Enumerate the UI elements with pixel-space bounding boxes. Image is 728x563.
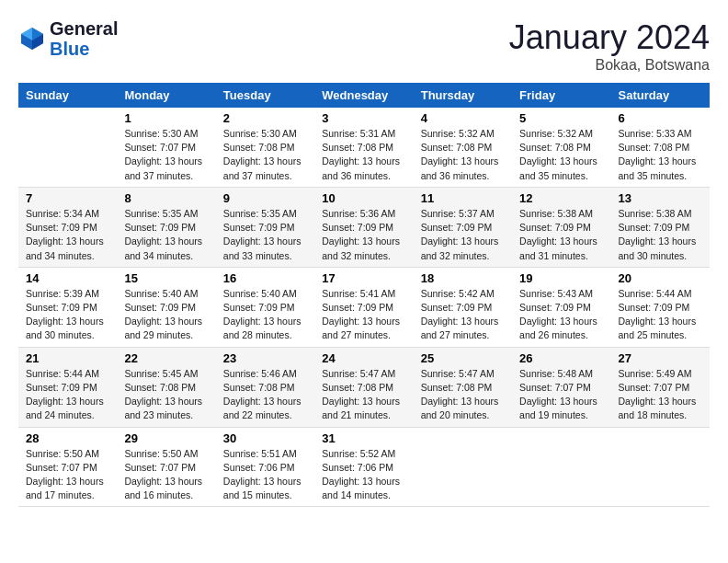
location: Bokaa, Botswana [509,57,710,74]
calendar-week-row: 28Sunrise: 5:50 AMSunset: 7:07 PMDayligh… [18,427,710,507]
calendar-cell: 18Sunrise: 5:42 AMSunset: 7:09 PMDayligh… [414,267,512,347]
calendar-cell: 24Sunrise: 5:47 AMSunset: 7:08 PMDayligh… [314,347,413,427]
day-number: 20 [619,271,702,285]
calendar-cell: 16Sunrise: 5:40 AMSunset: 7:09 PMDayligh… [216,267,314,347]
calendar-cell: 7Sunrise: 5:34 AMSunset: 7:09 PMDaylight… [18,187,117,267]
weekday-header: Monday [117,83,215,108]
day-number: 22 [124,351,208,365]
day-number: 9 [223,191,307,205]
calendar-cell: 13Sunrise: 5:38 AMSunset: 7:09 PMDayligh… [611,187,710,267]
logo: General Blue [18,18,118,59]
calendar-cell: 9Sunrise: 5:35 AMSunset: 7:09 PMDaylight… [216,187,314,267]
calendar-cell: 14Sunrise: 5:39 AMSunset: 7:09 PMDayligh… [18,267,117,347]
cell-content: Sunrise: 5:38 AMSunset: 7:09 PMDaylight:… [619,207,702,263]
day-number: 29 [124,431,208,445]
day-number: 28 [26,431,109,445]
weekday-header: Saturday [611,83,710,108]
calendar-cell: 27Sunrise: 5:49 AMSunset: 7:07 PMDayligh… [611,347,710,427]
weekday-header-row: SundayMondayTuesdayWednesdayThursdayFrid… [18,83,710,108]
calendar-cell: 10Sunrise: 5:36 AMSunset: 7:09 PMDayligh… [314,187,413,267]
day-number: 4 [421,111,505,125]
cell-content: Sunrise: 5:30 AMSunset: 7:07 PMDaylight:… [124,127,208,183]
weekday-header: Wednesday [314,83,413,108]
day-number: 30 [223,431,307,445]
cell-content: Sunrise: 5:49 AMSunset: 7:07 PMDaylight:… [619,367,702,423]
cell-content: Sunrise: 5:50 AMSunset: 7:07 PMDaylight:… [124,447,208,503]
cell-content: Sunrise: 5:52 AMSunset: 7:06 PMDaylight:… [322,447,405,503]
cell-content: Sunrise: 5:40 AMSunset: 7:09 PMDaylight:… [124,287,208,343]
calendar-cell [611,427,710,507]
cell-content: Sunrise: 5:47 AMSunset: 7:08 PMDaylight:… [421,367,505,423]
day-number: 6 [619,111,702,125]
calendar-cell: 31Sunrise: 5:52 AMSunset: 7:06 PMDayligh… [314,427,413,507]
weekday-header: Sunday [18,83,117,108]
cell-content: Sunrise: 5:35 AMSunset: 7:09 PMDaylight:… [223,207,307,263]
calendar-cell: 29Sunrise: 5:50 AMSunset: 7:07 PMDayligh… [117,427,215,507]
day-number: 8 [124,191,208,205]
cell-content: Sunrise: 5:47 AMSunset: 7:08 PMDaylight:… [322,367,405,423]
cell-content: Sunrise: 5:31 AMSunset: 7:08 PMDaylight:… [322,127,405,183]
cell-content: Sunrise: 5:39 AMSunset: 7:09 PMDaylight:… [26,287,109,343]
calendar-cell: 17Sunrise: 5:41 AMSunset: 7:09 PMDayligh… [314,267,413,347]
calendar-week-row: 1Sunrise: 5:30 AMSunset: 7:07 PMDaylight… [18,108,710,187]
cell-content: Sunrise: 5:33 AMSunset: 7:08 PMDaylight:… [619,127,702,183]
calendar-cell: 21Sunrise: 5:44 AMSunset: 7:09 PMDayligh… [18,347,117,427]
calendar-cell: 11Sunrise: 5:37 AMSunset: 7:09 PMDayligh… [414,187,512,267]
cell-content: Sunrise: 5:35 AMSunset: 7:09 PMDaylight:… [124,207,208,263]
calendar-week-row: 21Sunrise: 5:44 AMSunset: 7:09 PMDayligh… [18,347,710,427]
cell-content: Sunrise: 5:41 AMSunset: 7:09 PMDaylight:… [322,287,405,343]
calendar-cell: 28Sunrise: 5:50 AMSunset: 7:07 PMDayligh… [18,427,117,507]
calendar-cell: 12Sunrise: 5:38 AMSunset: 7:09 PMDayligh… [512,187,610,267]
calendar-cell [512,427,610,507]
day-number: 26 [519,351,603,365]
day-number: 23 [223,351,307,365]
day-number: 15 [124,271,208,285]
day-number: 31 [322,431,405,445]
cell-content: Sunrise: 5:32 AMSunset: 7:08 PMDaylight:… [421,127,505,183]
day-number: 19 [519,271,603,285]
day-number: 2 [223,111,307,125]
calendar-cell: 20Sunrise: 5:44 AMSunset: 7:09 PMDayligh… [611,267,710,347]
calendar-cell: 26Sunrise: 5:48 AMSunset: 7:07 PMDayligh… [512,347,610,427]
calendar-table: SundayMondayTuesdayWednesdayThursdayFrid… [18,83,710,507]
day-number: 24 [322,351,405,365]
cell-content: Sunrise: 5:48 AMSunset: 7:07 PMDaylight:… [519,367,603,423]
day-number: 12 [519,191,603,205]
day-number: 16 [223,271,307,285]
day-number: 13 [619,191,702,205]
calendar-week-row: 14Sunrise: 5:39 AMSunset: 7:09 PMDayligh… [18,267,710,347]
calendar-cell: 19Sunrise: 5:43 AMSunset: 7:09 PMDayligh… [512,267,610,347]
calendar-cell: 2Sunrise: 5:30 AMSunset: 7:08 PMDaylight… [216,108,314,187]
cell-content: Sunrise: 5:44 AMSunset: 7:09 PMDaylight:… [619,287,702,343]
day-number: 14 [26,271,109,285]
cell-content: Sunrise: 5:50 AMSunset: 7:07 PMDaylight:… [26,447,109,503]
month-title: January 2024 [509,18,710,57]
day-number: 10 [322,191,405,205]
calendar-cell: 8Sunrise: 5:35 AMSunset: 7:09 PMDaylight… [117,187,215,267]
day-number: 27 [619,351,702,365]
cell-content: Sunrise: 5:45 AMSunset: 7:08 PMDaylight:… [124,367,208,423]
cell-content: Sunrise: 5:43 AMSunset: 7:09 PMDaylight:… [519,287,603,343]
cell-content: Sunrise: 5:51 AMSunset: 7:06 PMDaylight:… [223,447,307,503]
day-number: 21 [26,351,109,365]
day-number: 1 [124,111,208,125]
calendar-cell: 4Sunrise: 5:32 AMSunset: 7:08 PMDaylight… [414,108,512,187]
calendar-cell: 23Sunrise: 5:46 AMSunset: 7:08 PMDayligh… [216,347,314,427]
day-number: 17 [322,271,405,285]
cell-content: Sunrise: 5:46 AMSunset: 7:08 PMDaylight:… [223,367,307,423]
day-number: 5 [519,111,603,125]
page-header: General Blue January 2024 Bokaa, Botswan… [18,18,710,74]
cell-content: Sunrise: 5:36 AMSunset: 7:09 PMDaylight:… [322,207,405,263]
day-number: 18 [421,271,505,285]
logo-text: General Blue [50,18,118,59]
logo-icon [18,25,46,52]
cell-content: Sunrise: 5:42 AMSunset: 7:09 PMDaylight:… [421,287,505,343]
cell-content: Sunrise: 5:40 AMSunset: 7:09 PMDaylight:… [223,287,307,343]
calendar-cell: 3Sunrise: 5:31 AMSunset: 7:08 PMDaylight… [314,108,413,187]
cell-content: Sunrise: 5:37 AMSunset: 7:09 PMDaylight:… [421,207,505,263]
title-block: January 2024 Bokaa, Botswana [509,18,710,74]
weekday-header: Friday [512,83,610,108]
calendar-cell: 22Sunrise: 5:45 AMSunset: 7:08 PMDayligh… [117,347,215,427]
weekday-header: Thursday [414,83,512,108]
calendar-cell: 5Sunrise: 5:32 AMSunset: 7:08 PMDaylight… [512,108,610,187]
